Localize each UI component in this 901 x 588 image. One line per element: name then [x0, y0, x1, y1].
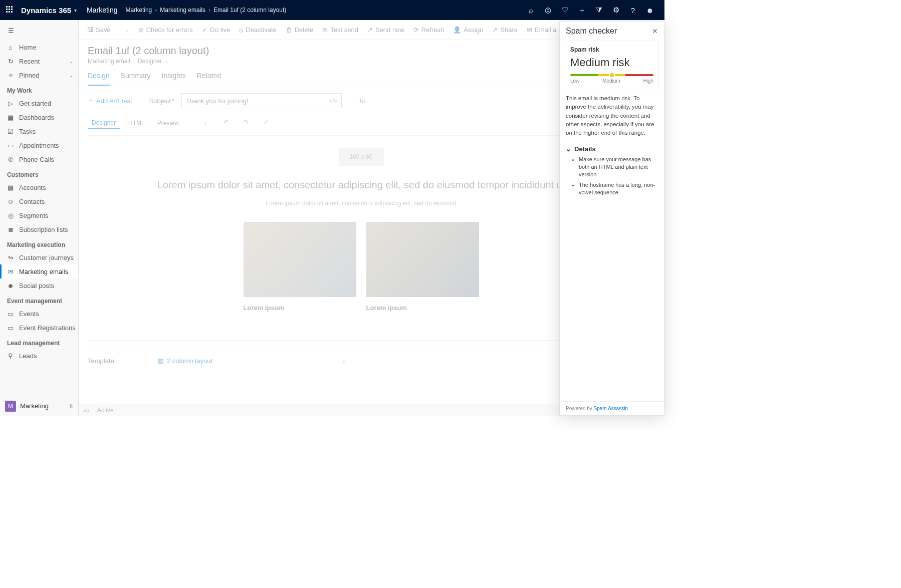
app-launcher-icon[interactable] [6, 6, 14, 14]
editor-tab-html[interactable]: HTML [124, 118, 149, 129]
redo-icon[interactable]: ↷ [244, 119, 249, 127]
editor-tab-preview[interactable]: Preview [153, 118, 183, 129]
canvas-column-2[interactable]: Lorem ipsum [366, 222, 479, 312]
task-icon[interactable]: ◎ [539, 6, 556, 15]
image-placeholder[interactable] [366, 222, 479, 297]
tab-related[interactable]: Related [197, 72, 221, 86]
sidebar-item-socialposts[interactable]: ☻Social posts [0, 278, 78, 292]
filter-icon[interactable]: ⧩ [590, 6, 607, 15]
sidebar-item-getstarted[interactable]: ▷Get started [0, 96, 78, 110]
delete-button[interactable]: 🗑Delete [283, 23, 317, 37]
breadcrumb-item[interactable]: Marketing emails [160, 7, 205, 14]
brand-label[interactable]: Dynamics 365 [21, 6, 71, 15]
assign-button[interactable]: 👤Assign [450, 23, 486, 37]
add-element-icon[interactable]: ＋ [202, 119, 208, 127]
send-now-button[interactable]: ↗Send now [364, 23, 407, 37]
sidebar-item-customerjourneys[interactable]: ↬Customer journeys [0, 250, 78, 264]
code-icon[interactable]: </> [329, 98, 337, 104]
check-errors-button[interactable]: ⊘Check for errors [135, 23, 196, 37]
sidebar-item-leads[interactable]: ⚲Leads [0, 349, 78, 363]
mail-icon: ✉ [7, 268, 14, 275]
gear-icon[interactable]: ⚙ [607, 6, 624, 15]
sidebar-item-marketingemails[interactable]: ✉Marketing emails [0, 264, 78, 278]
clock-icon: ↻ [7, 58, 14, 65]
breadcrumb-item[interactable]: Email 1uf (2 column layout) [213, 7, 286, 14]
chevron-down-icon[interactable]: ⌄ [165, 59, 169, 64]
close-icon[interactable]: ✕ [652, 27, 658, 35]
search-icon[interactable]: ⌕ [343, 357, 347, 365]
go-live-button[interactable]: ✓Go live [199, 23, 233, 37]
undo-icon[interactable]: ↶ [223, 119, 229, 127]
sidebar-item-dashboards[interactable]: ▦Dashboards [0, 110, 78, 124]
editor-tab-designer[interactable]: Designer [88, 117, 120, 129]
canvas-column-1[interactable]: Lorem ipsum [244, 222, 356, 312]
spam-risk-label: Spam risk [570, 46, 653, 53]
global-header: Dynamics 365 ▾ Marketing Marketing› Mark… [0, 0, 664, 20]
sidebar-group-mywork: My Work [0, 82, 78, 96]
breadcrumb-item[interactable]: Marketing [126, 7, 152, 14]
sidebar-item-label: Leads [19, 352, 37, 360]
sidebar-item-label: Recent [19, 58, 40, 65]
help-icon[interactable]: ? [624, 6, 641, 15]
check-icon: ⊘ [138, 26, 144, 34]
tab-summary[interactable]: Summary [121, 72, 151, 86]
share-button[interactable]: ↗Share [489, 23, 521, 37]
journey-icon: ↬ [7, 254, 14, 261]
add-ab-test-button[interactable]: ＋Add A/B test [88, 96, 132, 105]
sidebar-area-switcher[interactable]: M Marketing ⇅ [0, 396, 78, 416]
registration-icon: ▭ [7, 324, 14, 332]
email-canvas[interactable]: 160 x 60 Lorem ipsum dolor sit amet, con… [88, 135, 634, 341]
sidebar-item-accounts[interactable]: ▤Accounts [0, 180, 78, 194]
hamburger-icon[interactable]: ☰ [0, 20, 78, 40]
sidebar-item-contacts[interactable]: ☺Contacts [0, 194, 78, 208]
cmd-label: Share [500, 26, 518, 34]
sidebar-item-label: Events [19, 310, 39, 318]
canvas-heading[interactable]: Lorem ipsum dolor sit amet, consectetur … [108, 178, 614, 192]
sidebar-item-pinned[interactable]: ✧Pinned⌄ [0, 68, 78, 82]
chevron-down-icon[interactable]: ▾ [74, 8, 77, 13]
sidebar-item-tasks[interactable]: ☑Tasks [0, 124, 78, 138]
add-icon[interactable]: ＋ [573, 6, 590, 15]
deactivate-icon: ⦸ [239, 26, 243, 34]
spam-powered-link[interactable]: Spam Assassin [594, 406, 628, 411]
status-icon: ▭ [84, 407, 89, 414]
meter-medium-label: Medium [602, 78, 620, 84]
sidebar-item-eventregistrations[interactable]: ▭Event Registrations [0, 321, 78, 335]
lightbulb-icon[interactable]: ♡ [556, 6, 573, 15]
sidebar-item-phonecalls[interactable]: ✆Phone Calls [0, 152, 78, 166]
deactivate-button[interactable]: ⦸Deactivate [236, 23, 279, 37]
chevron-down-icon: ⌄ [69, 73, 73, 78]
save-button[interactable]: 🖫Save [84, 23, 114, 37]
form-selector[interactable]: Designer [138, 58, 162, 65]
column-caption[interactable]: Lorem ipsum [244, 304, 356, 312]
refresh-button[interactable]: ⟳Refresh [410, 23, 447, 37]
canvas-subtext[interactable]: Lorem ipsum dolor sit amet, consectetur … [108, 200, 614, 207]
tab-design[interactable]: Design [88, 72, 110, 86]
sidebar-item-label: Marketing emails [19, 268, 68, 275]
save-split-chevron[interactable]: ⌄ [122, 28, 132, 33]
sidebar-item-home[interactable]: ⌂Home [0, 40, 78, 54]
subject-value: Thank you for joining! [186, 97, 248, 105]
cmd-label: Delete [295, 26, 314, 34]
updown-icon: ⇅ [69, 403, 73, 409]
subject-input[interactable]: Thank you for joining! </> [181, 93, 342, 108]
logo-placeholder[interactable]: 160 x 60 [339, 148, 384, 166]
template-value[interactable]: ▥2 column layout [158, 357, 212, 365]
sidebar-item-label: Social posts [19, 282, 54, 289]
meter-high-label: High [643, 78, 653, 84]
cmd-label: Save [96, 26, 111, 34]
test-send-button[interactable]: ✉Test send [319, 23, 361, 37]
user-icon[interactable]: ☻ [641, 6, 658, 15]
spam-details-header[interactable]: ⌄Details [566, 145, 658, 153]
sidebar-item-events[interactable]: ▭Events [0, 307, 78, 321]
expand-icon[interactable]: ⤢ [264, 119, 269, 127]
search-icon[interactable]: ⌕ [522, 6, 539, 15]
module-label[interactable]: Marketing [87, 6, 117, 14]
image-placeholder[interactable] [244, 222, 356, 297]
sidebar-item-appointments[interactable]: ▭Appointments [0, 138, 78, 152]
column-caption[interactable]: Lorem ipsum [366, 304, 479, 312]
tab-insights[interactable]: Insights [162, 72, 186, 86]
sidebar-item-segments[interactable]: ◎Segments [0, 208, 78, 222]
sidebar-item-recent[interactable]: ↻Recent⌄ [0, 54, 78, 68]
sidebar-item-subscriptionlists[interactable]: ≣Subscription lists [0, 222, 78, 236]
